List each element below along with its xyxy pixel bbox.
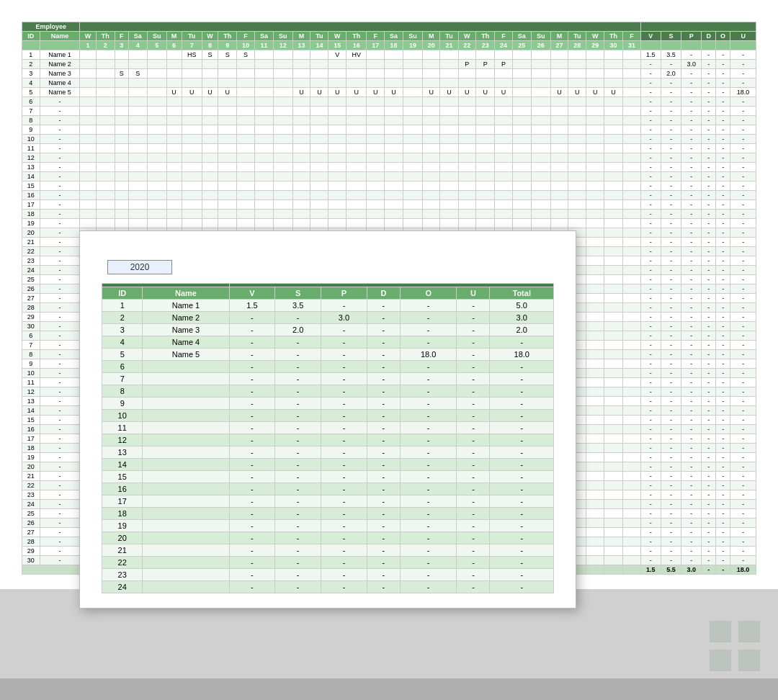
year-input[interactable] [107, 260, 172, 274]
bg-day-cell [458, 69, 476, 78]
bg-day-cell [586, 60, 604, 69]
ov-row-id: 1 [102, 300, 143, 312]
bg-day-cell [495, 69, 513, 78]
bg-day-cell [346, 69, 367, 78]
bg-day-cell [346, 78, 367, 88]
bg-day-cell [550, 69, 568, 78]
dow-1: W [80, 32, 96, 41]
ov-s-col: S [275, 287, 321, 300]
bg-day-cell [80, 60, 96, 69]
bg-day-cell: HS [182, 50, 202, 60]
ov-row-name [143, 483, 229, 495]
bg-day-cell [550, 60, 568, 69]
dow-9: Th [218, 32, 237, 41]
bg-day-cell [273, 78, 292, 88]
dow-22: W [458, 32, 476, 41]
bg-day-cell [182, 69, 202, 78]
ov-row-id: 7 [102, 373, 143, 385]
ov-row-id: 17 [102, 495, 143, 508]
bg-day-cell [495, 78, 513, 88]
ov-d-col: D [367, 287, 400, 300]
bg-day-cell [440, 60, 458, 69]
dow-24: F [495, 32, 513, 41]
bg-row-id: 3 [22, 69, 40, 78]
bg-day-cell [440, 69, 458, 78]
ov-u-col: U [457, 287, 490, 300]
bg-day-cell: V [328, 50, 346, 60]
v-header: V [640, 32, 661, 41]
bg-day-cell [166, 78, 182, 88]
bg-day-cell [273, 69, 292, 78]
bg-day-cell [531, 50, 550, 60]
ov-row-name [143, 581, 229, 593]
dow-17: F [367, 32, 385, 41]
dow-27: M [550, 32, 568, 41]
bg-day-cell [147, 60, 166, 69]
ov-row-id: 15 [102, 471, 143, 483]
watermark [706, 617, 764, 675]
bg-day-cell [166, 60, 182, 69]
bg-row-id: 5 [22, 88, 40, 97]
name-col: Name [40, 32, 80, 41]
bg-day-cell [403, 78, 423, 88]
bg-day-cell: U [310, 88, 328, 97]
bg-day-cell: U [550, 88, 568, 97]
bg-day-cell [310, 78, 328, 88]
bg-row-name: Name 3 [40, 69, 80, 78]
legend-header [80, 22, 640, 32]
dow-23: Th [476, 32, 495, 41]
bg-day-cell [182, 60, 202, 69]
bg-day-cell [512, 78, 531, 88]
totals-header [640, 22, 756, 32]
dow-20: M [422, 32, 440, 41]
bg-day-cell [422, 69, 440, 78]
id-col: ID [22, 32, 40, 41]
ov-row-id: 12 [102, 434, 143, 447]
bg-day-cell [237, 60, 255, 69]
bg-day-cell [476, 78, 495, 88]
bg-day-cell: S [202, 50, 218, 60]
bg-day-cell [422, 50, 440, 60]
bg-day-cell [367, 50, 385, 60]
bg-day-cell [531, 69, 550, 78]
bg-day-cell [128, 60, 147, 69]
ov-row-id: 18 [102, 508, 143, 520]
employee-col-header: Employee [22, 22, 80, 32]
dow-21: Tu [440, 32, 458, 41]
dow-26: Su [531, 32, 550, 41]
bg-day-cell: U [568, 88, 586, 97]
ov-row-id: 22 [102, 557, 143, 569]
bg-day-cell [166, 50, 182, 60]
bg-day-cell [310, 50, 328, 60]
bg-day-cell [254, 69, 273, 78]
bg-day-cell [237, 78, 255, 88]
ov-row-id: 3 [102, 324, 143, 336]
dow-30: Th [604, 32, 623, 41]
ov-row-name: Name 1 [143, 300, 229, 312]
dow-2: Th [96, 32, 115, 41]
bg-day-cell [328, 69, 346, 78]
bg-day-cell [586, 69, 604, 78]
ov-row-id: 5 [102, 349, 143, 361]
svg-rect-0 [710, 621, 731, 642]
ov-row-id: 13 [102, 447, 143, 459]
bg-day-cell [328, 60, 346, 69]
ov-total-col: Total [490, 287, 554, 300]
bg-day-cell [328, 78, 346, 88]
bg-day-cell [147, 50, 166, 60]
ov-row-name: Name 4 [143, 336, 229, 349]
bg-day-cell [147, 69, 166, 78]
bg-day-cell [128, 50, 147, 60]
ov-row-id: 6 [102, 361, 143, 373]
bg-day-cell [476, 69, 495, 78]
ov-row-id: 10 [102, 410, 143, 422]
bg-day-cell [80, 50, 96, 60]
bg-day-cell: HV [346, 50, 367, 60]
bg-day-cell: P [476, 60, 495, 69]
ov-row-id: 4 [102, 336, 143, 349]
bg-row-id: 4 [22, 78, 40, 88]
bg-day-cell [96, 50, 115, 60]
dow-8: W [202, 32, 218, 41]
bg-day-cell [254, 50, 273, 60]
dow-14: Tu [310, 32, 328, 41]
